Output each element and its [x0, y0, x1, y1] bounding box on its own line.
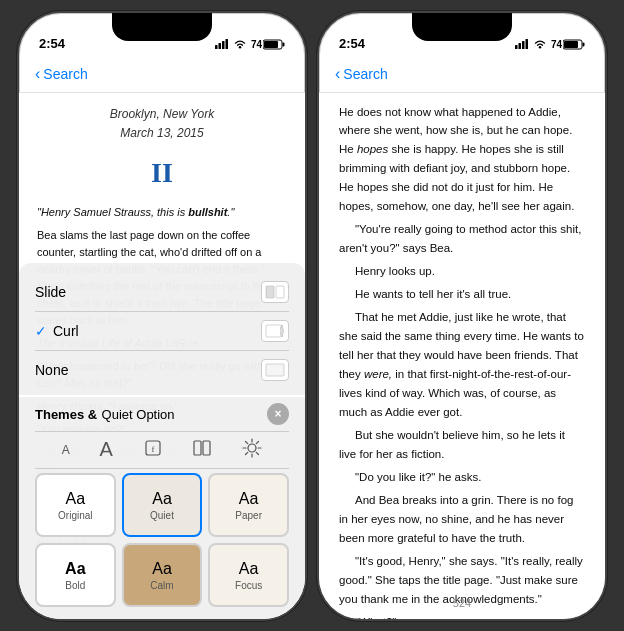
- transition-curl-row[interactable]: ✓ Curl: [35, 312, 289, 351]
- svg-text:f: f: [151, 444, 154, 454]
- svg-rect-27: [522, 41, 525, 49]
- battery-right: 74: [551, 39, 585, 50]
- font-style-button[interactable]: f: [143, 439, 163, 461]
- theme-aa-original: Aa: [66, 490, 86, 508]
- svg-point-16: [248, 444, 256, 452]
- left-phone: 2:54: [17, 11, 307, 621]
- nav-bar-left: ‹ Search: [19, 57, 305, 93]
- theme-name-bold: Bold: [65, 580, 85, 591]
- chevron-left-icon: ‹: [35, 65, 40, 83]
- notch: [112, 13, 212, 41]
- svg-rect-8: [266, 286, 274, 298]
- brightness-button[interactable]: [242, 438, 262, 462]
- header-line1: Brooklyn, New York: [37, 105, 287, 124]
- wifi-icon: [233, 39, 247, 51]
- theme-name-calm: Calm: [150, 580, 173, 591]
- theme-grid: Aa Original Aa Quiet Aa Paper Aa: [35, 469, 289, 611]
- svg-rect-0: [215, 45, 218, 49]
- back-button-right[interactable]: ‹ Search: [335, 65, 388, 83]
- status-icons-right: 74: [515, 39, 585, 51]
- theme-name-paper: Paper: [235, 510, 262, 521]
- curl-icon: [261, 320, 289, 342]
- svg-rect-2: [222, 41, 225, 49]
- right-para-2: Henry looks up.: [339, 262, 585, 281]
- transition-curl-label: Curl: [53, 323, 261, 339]
- theme-card-calm[interactable]: Aa Calm: [122, 543, 203, 607]
- theme-card-bold[interactable]: Aa Bold: [35, 543, 116, 607]
- right-para-7: And Bea breaks into a grin. There is no …: [339, 491, 585, 548]
- back-label-left: Search: [43, 66, 87, 82]
- back-button-left[interactable]: ‹ Search: [35, 65, 88, 83]
- slide-icon: [261, 281, 289, 303]
- theme-name-quiet: Quiet: [150, 510, 174, 521]
- check-icon: ✓: [35, 323, 47, 339]
- transition-none-row[interactable]: None: [35, 351, 289, 389]
- svg-rect-31: [583, 43, 585, 47]
- chapter-number: II: [37, 151, 287, 196]
- svg-rect-11: [266, 364, 284, 376]
- time-left: 2:54: [39, 36, 65, 51]
- svg-rect-32: [564, 41, 578, 48]
- svg-rect-15: [203, 441, 210, 455]
- theme-card-paper[interactable]: Aa Paper: [208, 473, 289, 537]
- svg-rect-26: [518, 43, 521, 49]
- themes-title-text: Themes &: [35, 407, 97, 422]
- svg-line-23: [246, 452, 248, 454]
- right-para-4: That he met Addie, just like he wrote, t…: [339, 308, 585, 422]
- close-button[interactable]: ×: [267, 403, 289, 425]
- right-para-3: He wants to tell her it's all true.: [339, 285, 585, 304]
- notch-right: [412, 13, 512, 41]
- svg-rect-25: [515, 45, 518, 49]
- transition-slide-label: Slide: [35, 284, 261, 300]
- nav-bar-right: ‹ Search: [319, 57, 605, 93]
- back-label-right: Search: [343, 66, 387, 82]
- book-text-right: He does not know what happened to Addie,…: [339, 103, 585, 619]
- right-para-6: "Do you like it?" he asks.: [339, 468, 585, 487]
- svg-point-4: [239, 46, 242, 49]
- svg-line-22: [256, 452, 258, 454]
- theme-aa-calm: Aa: [152, 560, 172, 578]
- svg-rect-3: [225, 39, 228, 49]
- reader-toolbar: A A f: [35, 431, 289, 469]
- page-number: 524: [453, 597, 471, 609]
- battery-left: 74: [251, 39, 285, 50]
- svg-rect-1: [218, 43, 221, 49]
- book-header: Brooklyn, New York March 13, 2015: [37, 105, 287, 143]
- theme-card-focus[interactable]: Aa Focus: [208, 543, 289, 607]
- svg-line-24: [256, 441, 258, 443]
- transition-panel: Slide ✓ Curl: [19, 263, 305, 395]
- book-content-left: Brooklyn, New York March 13, 2015 II "He…: [19, 93, 305, 619]
- header-line2: March 13, 2015: [37, 124, 287, 143]
- svg-rect-14: [194, 441, 201, 455]
- svg-rect-6: [283, 43, 285, 47]
- theme-card-quiet[interactable]: Aa Quiet: [122, 473, 203, 537]
- font-size-increase-button[interactable]: A: [100, 438, 113, 461]
- right-para-5: But she wouldn't believe him, so he lets…: [339, 426, 585, 464]
- transition-none-label: None: [35, 362, 261, 378]
- wifi-icon-right: [533, 39, 547, 51]
- book-para-0: "Henry Samuel Strauss, this is bullshit.…: [37, 204, 287, 221]
- transition-slide-row[interactable]: Slide: [35, 273, 289, 312]
- theme-card-original[interactable]: Aa Original: [35, 473, 116, 537]
- theme-aa-focus: Aa: [239, 560, 259, 578]
- themes-title: Themes & Quiet Option: [35, 405, 175, 423]
- signal-icon-right: [515, 39, 529, 51]
- theme-aa-paper: Aa: [239, 490, 259, 508]
- right-phone: 2:54: [317, 11, 607, 621]
- time-right: 2:54: [339, 36, 365, 51]
- theme-aa-quiet: Aa: [152, 490, 172, 508]
- svg-point-29: [539, 46, 542, 49]
- theme-aa-bold: Aa: [65, 560, 85, 578]
- svg-line-21: [246, 441, 248, 443]
- font-size-decrease-button[interactable]: A: [62, 443, 70, 457]
- status-icons-left: 74: [215, 39, 285, 51]
- themes-section: Themes & Quiet Option × A A f: [19, 397, 305, 619]
- right-para-1: "You're really going to method actor thi…: [339, 220, 585, 258]
- signal-icon: [215, 39, 229, 51]
- svg-rect-28: [525, 39, 528, 49]
- svg-rect-7: [264, 41, 278, 48]
- overlay-panel: Slide ✓ Curl: [19, 263, 305, 619]
- layout-button[interactable]: [192, 439, 212, 461]
- themes-header: Themes & Quiet Option ×: [35, 403, 289, 425]
- none-icon: [261, 359, 289, 381]
